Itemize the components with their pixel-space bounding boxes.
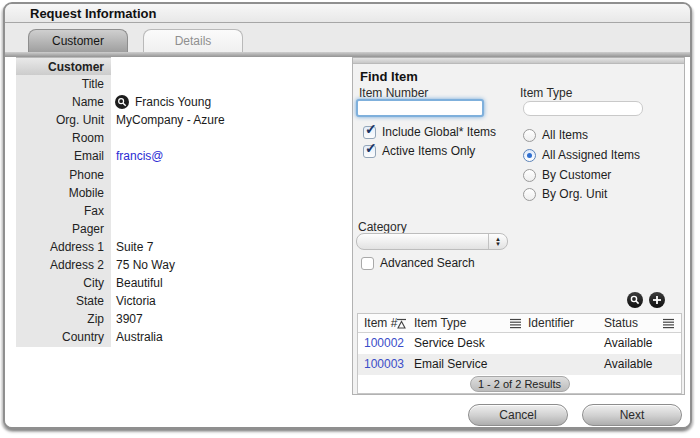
item-number-label: Item Number bbox=[359, 86, 428, 100]
item-number-link[interactable]: 100003 bbox=[364, 354, 404, 375]
item-type-input[interactable] bbox=[523, 101, 643, 116]
section-header-label: Customer bbox=[16, 57, 111, 75]
tab-customer[interactable]: Customer bbox=[28, 29, 128, 52]
field-row-country: Country Australia bbox=[16, 328, 346, 346]
select-stepper-icon[interactable]: ▲▼ bbox=[488, 234, 507, 249]
field-row-pager: Pager bbox=[16, 220, 346, 238]
tab-details[interactable]: Details bbox=[143, 29, 243, 52]
results-pagination-row: 1 - 2 of 2 Results bbox=[358, 375, 681, 393]
category-select[interactable]: ▲▼ bbox=[356, 233, 508, 250]
result-row-1: 100002 Service Desk Available bbox=[358, 333, 681, 354]
email-link[interactable]: francis@ bbox=[111, 147, 164, 165]
cancel-button[interactable]: Cancel bbox=[468, 404, 568, 426]
results-header-row: Item # Item Type Identifier Status bbox=[358, 314, 681, 333]
column-header-status[interactable]: Status bbox=[604, 314, 638, 333]
radio-by-org-unit[interactable]: By Org. Unit bbox=[523, 187, 607, 201]
request-information-dialog: Request Information Customer Details Cus… bbox=[0, 0, 700, 438]
column-header-item-type[interactable]: Item Type bbox=[414, 314, 466, 333]
radio-by-customer[interactable]: By Customer bbox=[523, 168, 611, 182]
find-item-panel: Find Item Item Number Item Type ✓ Includ… bbox=[352, 57, 685, 395]
field-row-mobile: Mobile bbox=[16, 184, 346, 202]
field-row-title: Title bbox=[16, 75, 346, 93]
field-row-city: City Beautiful bbox=[16, 274, 346, 292]
category-label: Category bbox=[358, 220, 407, 234]
customer-name: Francis Young bbox=[135, 93, 211, 111]
checkbox-icon[interactable]: ✓ bbox=[363, 126, 376, 139]
results-table: Item # Item Type Identifier Status 10000… bbox=[357, 313, 682, 394]
search-items-button[interactable] bbox=[627, 292, 643, 308]
checkbox-advanced-search[interactable]: Advanced Search bbox=[361, 256, 475, 270]
field-row-phone: Phone bbox=[16, 166, 346, 184]
plus-icon bbox=[651, 294, 663, 306]
checkbox-include-global[interactable]: ✓ Include Global* Items bbox=[363, 125, 496, 139]
field-row-org-unit: Org. Unit MyCompany - Azure bbox=[16, 111, 346, 129]
customer-lookup-search-icon[interactable] bbox=[115, 95, 129, 109]
result-row-2: 100003 Email Service Available bbox=[358, 354, 681, 375]
field-row-email: Email francis@ bbox=[16, 147, 346, 165]
form-section-header: Customer bbox=[16, 57, 346, 75]
item-number-input[interactable] bbox=[356, 99, 484, 117]
sort-ascending-icon[interactable] bbox=[396, 318, 407, 329]
field-row-address2: Address 2 75 No Way bbox=[16, 256, 346, 274]
field-row-fax: Fax bbox=[16, 202, 346, 220]
item-number-link[interactable]: 100002 bbox=[364, 333, 404, 354]
radio-icon-selected[interactable] bbox=[523, 149, 536, 162]
radio-icon[interactable] bbox=[523, 169, 536, 182]
column-header-identifier[interactable]: Identifier bbox=[528, 314, 574, 333]
customer-form: Customer Title Name Francis Young Org. U… bbox=[16, 57, 346, 347]
checkbox-icon[interactable]: ✓ bbox=[363, 145, 376, 158]
pagination-button[interactable]: 1 - 2 of 2 Results bbox=[470, 376, 570, 392]
panel-header-strip bbox=[353, 58, 684, 64]
find-item-title: Find Item bbox=[360, 69, 418, 84]
radio-all-items[interactable]: All Items bbox=[523, 128, 588, 142]
radio-icon[interactable] bbox=[523, 129, 536, 142]
field-row-state: State Victoria bbox=[16, 292, 346, 310]
status-value: Available bbox=[604, 333, 652, 354]
checkbox-active-items-only[interactable]: ✓ Active Items Only bbox=[363, 144, 475, 158]
checkbox-icon[interactable] bbox=[361, 257, 374, 270]
item-type-label: Item Type bbox=[520, 86, 572, 100]
field-row-address1: Address 1 Suite 7 bbox=[16, 238, 346, 256]
radio-all-assigned-items[interactable]: All Assigned Items bbox=[523, 148, 640, 162]
dialog-title: Request Information bbox=[30, 6, 156, 21]
column-menu-icon[interactable] bbox=[663, 318, 674, 329]
add-item-button[interactable] bbox=[649, 292, 665, 308]
search-icon bbox=[629, 294, 641, 306]
next-button[interactable]: Next bbox=[582, 404, 682, 426]
field-row-name: Name Francis Young bbox=[16, 93, 346, 111]
status-value: Available bbox=[604, 354, 652, 375]
field-row-room: Room bbox=[16, 129, 346, 147]
column-menu-icon[interactable] bbox=[510, 318, 521, 329]
radio-icon[interactable] bbox=[523, 188, 536, 201]
column-header-item-number[interactable]: Item # bbox=[364, 314, 397, 333]
field-row-zip: Zip 3907 bbox=[16, 310, 346, 328]
